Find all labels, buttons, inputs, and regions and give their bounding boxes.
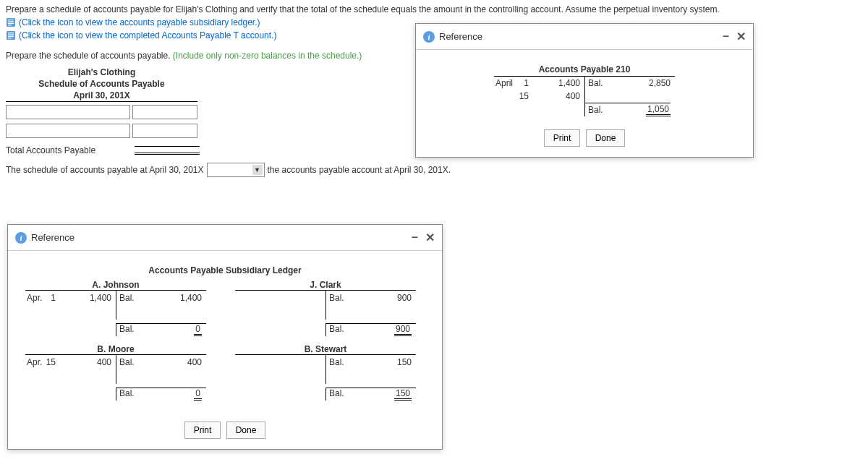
panel-title: Reference — [439, 31, 723, 42]
schedule-amount-input-2[interactable] — [132, 124, 197, 138]
info-icon: i — [423, 31, 435, 43]
t-credit-row: Bal.2,850 — [585, 77, 675, 90]
svg-rect-3 — [8, 23, 14, 24]
prepare-hint: (Include only non-zero balances in the s… — [173, 51, 362, 61]
verify-dropdown[interactable]: ▼ — [207, 163, 265, 177]
schedule-date: April 30, 201X — [6, 90, 197, 101]
prepare-text: Prepare the schedule of accounts payable… — [6, 51, 173, 61]
close-icon[interactable]: ✕ — [736, 30, 746, 43]
svg-rect-8 — [8, 36, 14, 37]
svg-rect-6 — [8, 33, 14, 33]
schedule-amount-input-1[interactable] — [132, 105, 197, 119]
t-debit-row: April11,400 — [494, 77, 584, 90]
instruction-text: Prepare a schedule of accounts payable f… — [6, 4, 862, 14]
link-t-account[interactable]: (Click the icon to view the completed Ac… — [19, 30, 276, 40]
document-icon[interactable] — [6, 30, 16, 40]
svg-rect-2 — [8, 21, 14, 22]
done-button[interactable]: Done — [586, 129, 626, 147]
svg-rect-9 — [8, 38, 12, 38]
sentence-part1: The schedule of accounts payable at Apri… — [6, 165, 204, 175]
total-label: Total Accounts Payable — [6, 145, 132, 155]
schedule-account-input-2[interactable] — [6, 124, 130, 138]
svg-rect-7 — [8, 34, 14, 35]
minimize-icon[interactable]: – — [723, 30, 729, 43]
document-icon[interactable] — [6, 17, 16, 27]
svg-rect-4 — [8, 25, 12, 25]
sentence-part2: the accounts payable account at April 30… — [268, 165, 451, 175]
t-debit-row: 15400 — [494, 90, 584, 103]
bal-label: Bal. — [585, 105, 605, 115]
link-subsidiary-ledger[interactable]: (Click the icon to view the accounts pay… — [19, 17, 260, 27]
schedule-account-input-1[interactable] — [6, 105, 130, 119]
svg-rect-1 — [8, 20, 14, 20]
chevron-down-icon: ▼ — [252, 165, 263, 175]
t-account-title: Accounts Payable 210 — [494, 64, 675, 74]
bal-value: 1,050 — [605, 104, 675, 116]
print-button[interactable]: Print — [544, 129, 581, 147]
schedule-title: Schedule of Accounts Payable — [6, 78, 197, 90]
schedule-company: Elijah's Clothing — [6, 67, 197, 78]
total-line — [135, 146, 200, 155]
reference-panel-ap: i Reference – ✕ Accounts Payable 210 Apr… — [415, 23, 754, 158]
